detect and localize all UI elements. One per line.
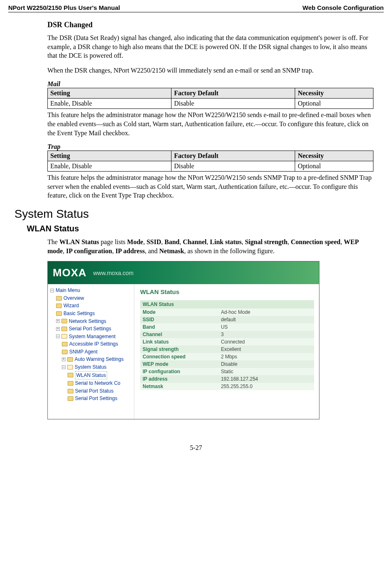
tree-label-snmp[interactable]: SNMP Agent <box>69 348 97 356</box>
logo-url: www.moxa.com <box>93 270 134 276</box>
folder-icon <box>56 311 62 316</box>
tree-item-sysstatus[interactable]: −System Status <box>50 363 132 371</box>
k-band: Band <box>140 323 218 331</box>
status-panel: WLAN Status WLAN Status ModeAd-hoc Mode … <box>134 284 319 419</box>
tree-item-sysmgmt[interactable]: −System Management <box>50 333 132 341</box>
tree-item-overview[interactable]: Overview <box>50 294 132 302</box>
panel-title: WLAN Status <box>140 288 314 295</box>
tree-label-basic[interactable]: Basic Settings <box>63 310 95 318</box>
plus-icon[interactable]: + <box>56 319 60 323</box>
tree-label-sysmgmt[interactable]: System Management <box>69 333 115 341</box>
minus-icon[interactable]: − <box>56 334 60 338</box>
k-signal: Signal strength <box>140 346 218 353</box>
intro-t1: page lists <box>99 238 127 245</box>
plus-icon[interactable]: + <box>56 327 60 331</box>
intro-and: , and <box>145 247 159 254</box>
tree-item-spstatus[interactable]: Serial Port Status <box>50 387 132 395</box>
row-netmask: Netmask255.255.255.0 <box>140 383 314 390</box>
row-channel: Channel3 <box>140 331 314 338</box>
v-mode: Ad-hoc Mode <box>218 308 314 316</box>
v-signal: Excellent <box>218 346 314 353</box>
intro-pre: The <box>47 238 59 245</box>
k-link: Link status <box>140 338 218 346</box>
header-left: NPort W2250/2150 Plus User's Manual <box>8 4 120 11</box>
folder-icon <box>68 373 73 377</box>
folder-icon <box>56 304 62 308</box>
page-header: NPort W2250/2150 Plus User's Manual Web … <box>8 4 384 12</box>
minus-icon[interactable]: − <box>50 289 54 292</box>
tree-label-sysstatus[interactable]: System Status <box>75 363 106 371</box>
tree-root-label[interactable]: Main Menu <box>56 287 80 294</box>
row-ipconf: IP configurationStatic <box>140 368 314 375</box>
intro-b7: Signal strength <box>245 238 287 245</box>
k-speed: Connection speed <box>140 353 218 360</box>
mail-title: Mail <box>47 80 373 88</box>
tree-item-s2n[interactable]: Serial to Network Co <box>50 379 132 387</box>
tree-item-wlanstatus[interactable]: WLAN Status <box>50 371 132 380</box>
page-number: 5-27 <box>8 444 384 452</box>
trap-title: Trap <box>47 143 373 151</box>
trap-td-default: Disable <box>171 161 295 172</box>
tree-label-spsettings[interactable]: Serial Port Settings <box>75 395 117 402</box>
tree-label-overview[interactable]: Overview <box>63 294 84 302</box>
mail-th-setting: Setting <box>48 88 171 99</box>
tree-label-network[interactable]: Network Settings <box>69 318 106 325</box>
mail-td-necessity: Optional <box>295 99 373 109</box>
mail-td-setting: Enable, Disable <box>48 99 171 109</box>
dsr-heading: DSR Changed <box>47 21 373 29</box>
tree-label-serial[interactable]: Serial Port Settings <box>69 325 111 333</box>
v-ipconf: Static <box>218 368 314 375</box>
k-wep: WEP mode <box>140 360 218 368</box>
k-ssid: SSID <box>140 316 218 323</box>
row-wep: WEP modeDisable <box>140 360 314 368</box>
trap-desc: This feature helps the administrator man… <box>47 173 373 200</box>
v-speed: 2 Mbps <box>218 353 314 360</box>
folder-icon <box>62 342 68 346</box>
k-ipconf: IP configuration <box>140 368 218 375</box>
tree-label-spstatus[interactable]: Serial Port Status <box>75 387 113 395</box>
folder-icon <box>62 350 68 354</box>
v-ipaddr: 192.168.127.254 <box>218 375 314 383</box>
open-folder-icon <box>67 365 73 370</box>
tree-item-accessible-ip[interactable]: Accessible IP Settings <box>50 340 132 348</box>
tree-label-accessible-ip[interactable]: Accessible IP Settings <box>69 340 118 348</box>
tree-label-wizard[interactable]: Wizard <box>63 302 79 310</box>
tree-item-basic[interactable]: Basic Settings <box>50 310 132 318</box>
intro-b2: Mode <box>127 238 143 245</box>
wlan-status-heading: WLAN Status <box>27 224 373 233</box>
row-mode: ModeAd-hoc Mode <box>140 308 314 316</box>
status-table: ModeAd-hoc Mode SSIDdefault BandUS Chann… <box>140 308 314 390</box>
minus-icon[interactable]: − <box>62 365 66 369</box>
mail-table: Setting Factory Default Necessity Enable… <box>47 88 373 109</box>
k-mode: Mode <box>140 308 218 316</box>
v-wep: Disable <box>218 360 314 368</box>
tree-item-wizard[interactable]: Wizard <box>50 302 132 310</box>
intro-b12: Netmask <box>159 247 184 254</box>
tree-item-snmp[interactable]: SNMP Agent <box>50 348 132 356</box>
tree-root[interactable]: − Main Menu <box>50 287 132 294</box>
trap-td-necessity: Optional <box>295 161 373 172</box>
mail-th-necessity: Necessity <box>295 88 373 99</box>
tree-label-autowarn[interactable]: Auto Warning Settings <box>75 355 124 363</box>
tree-item-autowarn[interactable]: +Auto Warning Settings <box>50 355 132 363</box>
folder-icon <box>68 389 73 393</box>
folder-icon <box>68 381 73 386</box>
mail-td-default: Disable <box>171 99 295 109</box>
intro-b11: IP address <box>115 247 145 254</box>
tree-item-spsettings[interactable]: Serial Port Settings <box>50 395 132 402</box>
folder-icon <box>56 296 62 301</box>
intro-b4: Band <box>164 238 179 245</box>
tree-item-serial[interactable]: +Serial Port Settings <box>50 325 132 333</box>
tree-label-wlanstatus[interactable]: WLAN Status <box>75 371 107 380</box>
trap-td-setting: Enable, Disable <box>48 161 171 172</box>
trap-th-necessity: Necessity <box>295 151 373 161</box>
row-ssid: SSIDdefault <box>140 316 314 323</box>
header-right: Web Console Configuration <box>303 4 384 11</box>
tree-label-s2n[interactable]: Serial to Network Co <box>75 379 120 387</box>
intro-post: , as shown in the following figure. <box>184 247 275 254</box>
tree-item-network[interactable]: +Network Settings <box>50 318 132 325</box>
k-ipaddr: IP address <box>140 375 218 383</box>
open-folder-icon <box>61 334 67 339</box>
intro-b5: Channel <box>183 238 207 245</box>
plus-icon[interactable]: + <box>62 358 66 361</box>
